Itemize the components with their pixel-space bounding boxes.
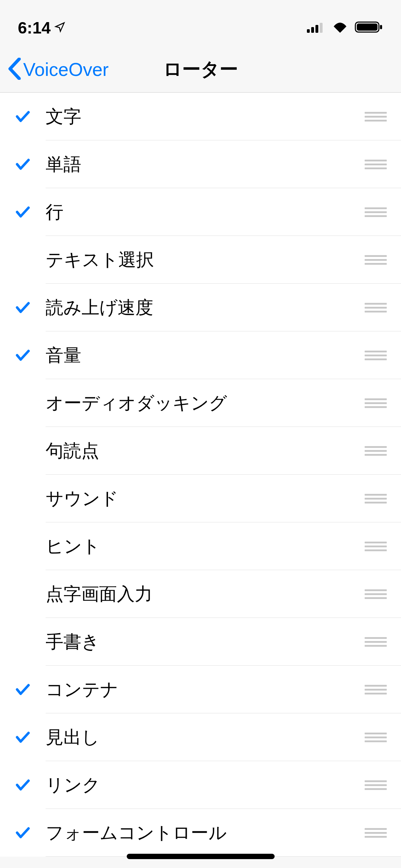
svg-rect-39 xyxy=(365,597,387,599)
drag-handle-icon[interactable] xyxy=(365,159,401,170)
svg-rect-25 xyxy=(365,398,387,400)
checkmark-icon xyxy=(0,108,46,125)
drag-handle-icon[interactable] xyxy=(365,636,401,647)
back-label: VoiceOver xyxy=(23,59,109,80)
svg-rect-29 xyxy=(365,450,387,452)
svg-rect-52 xyxy=(365,828,387,830)
drag-handle-icon[interactable] xyxy=(365,207,401,217)
checkmark-icon xyxy=(0,681,46,698)
svg-rect-30 xyxy=(365,454,387,456)
rotor-row[interactable]: 単語 xyxy=(0,140,401,188)
svg-rect-37 xyxy=(365,589,387,591)
rotor-row[interactable]: コンテナ xyxy=(0,666,401,713)
drag-handle-icon[interactable] xyxy=(365,493,401,504)
rotor-row-label: テキスト選択 xyxy=(46,248,365,272)
svg-rect-7 xyxy=(365,112,387,114)
rotor-row[interactable]: 音量 xyxy=(0,331,401,379)
rotor-row-label: 行 xyxy=(46,200,365,224)
rotor-row-label: 読み上げ速度 xyxy=(46,296,365,320)
svg-rect-23 xyxy=(365,355,387,356)
rotor-row-label: コンテナ xyxy=(46,678,365,702)
rotor-row[interactable]: 文字 xyxy=(0,93,401,140)
rotor-row-label: サウンド xyxy=(46,487,365,511)
rotor-row[interactable]: リンク xyxy=(0,761,401,809)
chevron-left-icon xyxy=(8,58,21,81)
checkmark-icon xyxy=(0,299,46,316)
rotor-row-label: 句読点 xyxy=(46,439,365,463)
drag-handle-icon[interactable] xyxy=(365,589,401,599)
drag-handle-icon[interactable] xyxy=(365,541,401,552)
rotor-row-label: フォームコントロール xyxy=(46,821,365,845)
svg-rect-46 xyxy=(365,733,387,734)
checkmark-icon xyxy=(0,824,46,841)
svg-rect-0 xyxy=(307,29,310,33)
nav-bar: VoiceOver ローター xyxy=(0,46,401,93)
rotor-row[interactable]: 行 xyxy=(0,188,401,236)
svg-rect-54 xyxy=(365,836,387,838)
svg-rect-49 xyxy=(365,780,387,782)
svg-rect-15 xyxy=(365,215,387,217)
rotor-row[interactable]: サウンド xyxy=(0,475,401,522)
svg-rect-53 xyxy=(365,832,387,834)
rotor-row-label: 単語 xyxy=(46,153,365,176)
rotor-row-label: 手書き xyxy=(46,630,365,654)
drag-handle-icon[interactable] xyxy=(365,732,401,743)
svg-rect-36 xyxy=(365,549,387,551)
svg-rect-51 xyxy=(365,788,387,790)
svg-rect-22 xyxy=(365,351,387,352)
rotor-row-label: 音量 xyxy=(46,343,365,367)
home-indicator xyxy=(127,854,274,859)
cellular-icon xyxy=(307,21,325,34)
svg-rect-41 xyxy=(365,641,387,643)
rotor-row[interactable]: 読み上げ速度 xyxy=(0,284,401,331)
rotor-row[interactable]: テキスト選択 xyxy=(0,236,401,284)
rotor-list: 文字単語行テキスト選択読み上げ速度音量オーディオダッキング句読点サウンドヒント点… xyxy=(0,93,401,857)
drag-handle-icon[interactable] xyxy=(365,827,401,838)
status-right xyxy=(307,21,383,35)
rotor-row-label: 点字画面入力 xyxy=(46,582,365,606)
drag-handle-icon[interactable] xyxy=(365,684,401,695)
rotor-row[interactable]: ヒント xyxy=(0,522,401,570)
svg-rect-43 xyxy=(365,685,387,687)
drag-handle-icon[interactable] xyxy=(365,780,401,790)
svg-rect-24 xyxy=(365,358,387,360)
checkmark-icon xyxy=(0,776,46,794)
rotor-row[interactable]: フォームコントロール xyxy=(0,809,401,857)
rotor-row-label: 文字 xyxy=(46,105,365,129)
svg-rect-31 xyxy=(365,494,387,496)
drag-handle-icon[interactable] xyxy=(365,445,401,456)
rotor-row-label: オーディオダッキング xyxy=(46,391,365,415)
rotor-row[interactable]: 点字画面入力 xyxy=(0,570,401,618)
wifi-icon xyxy=(332,21,348,34)
rotor-row[interactable]: 句読点 xyxy=(0,427,401,475)
svg-rect-48 xyxy=(365,740,387,742)
svg-rect-8 xyxy=(365,116,387,118)
svg-rect-17 xyxy=(365,259,387,261)
svg-rect-40 xyxy=(365,637,387,639)
drag-handle-icon[interactable] xyxy=(365,302,401,313)
svg-rect-27 xyxy=(365,406,387,408)
battery-icon xyxy=(355,21,383,35)
svg-rect-16 xyxy=(365,255,387,257)
rotor-row[interactable]: オーディオダッキング xyxy=(0,379,401,427)
svg-rect-13 xyxy=(365,207,387,209)
rotor-row[interactable]: 手書き xyxy=(0,618,401,666)
svg-rect-26 xyxy=(365,402,387,404)
svg-rect-2 xyxy=(315,25,318,33)
status-left: 6:14 xyxy=(18,18,66,37)
svg-rect-38 xyxy=(365,593,387,595)
svg-rect-1 xyxy=(311,27,314,33)
svg-rect-14 xyxy=(365,211,387,213)
drag-handle-icon[interactable] xyxy=(365,111,401,122)
svg-rect-32 xyxy=(365,498,387,500)
drag-handle-icon[interactable] xyxy=(365,398,401,408)
rotor-row[interactable]: 見出し xyxy=(0,713,401,761)
svg-rect-44 xyxy=(365,689,387,691)
svg-rect-50 xyxy=(365,784,387,786)
drag-handle-icon[interactable] xyxy=(365,350,401,361)
checkmark-icon xyxy=(0,729,46,746)
back-button[interactable]: VoiceOver xyxy=(0,58,109,81)
svg-rect-20 xyxy=(365,307,387,309)
location-icon xyxy=(54,21,66,34)
drag-handle-icon[interactable] xyxy=(365,254,401,265)
